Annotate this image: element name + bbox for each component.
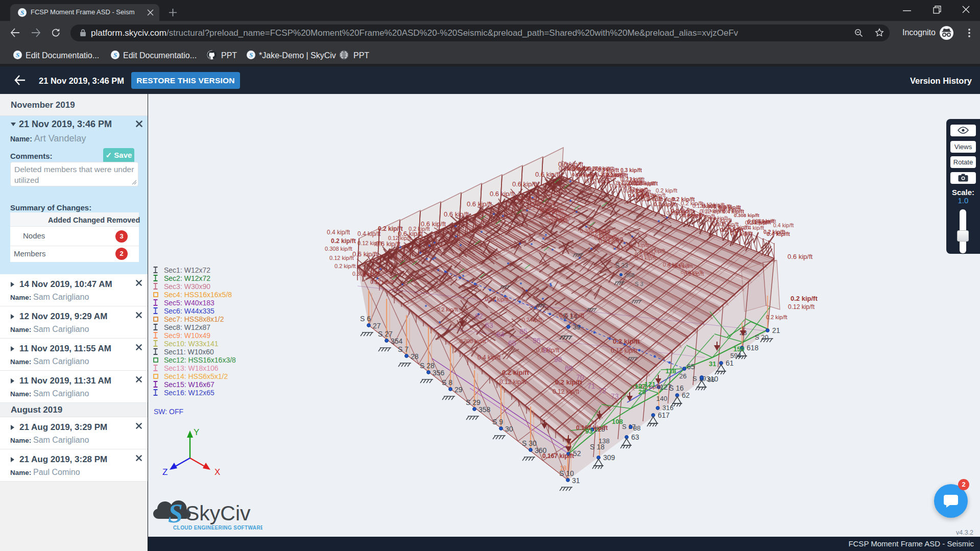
svg-text:150: 150	[733, 345, 745, 353]
svg-text:118: 118	[665, 367, 676, 375]
svg-text:0.308 kip/ft: 0.308 kip/ft	[352, 271, 378, 277]
svg-text:64: 64	[496, 330, 505, 339]
svg-text:0.12 kip/ft: 0.12 kip/ft	[329, 255, 354, 261]
svg-text:0.12 kip/ft: 0.12 kip/ft	[544, 212, 567, 218]
svg-text:0.6 kip/ft: 0.6 kip/ft	[512, 180, 538, 188]
svg-text:0.3 kip/ft: 0.3 kip/ft	[674, 263, 693, 269]
svg-text:368: 368	[625, 272, 634, 278]
svg-text:29: 29	[455, 386, 463, 394]
svg-text:108: 108	[612, 418, 623, 425]
svg-text:0.4 kip/ft: 0.4 kip/ft	[683, 212, 704, 218]
svg-text:121: 121	[644, 380, 656, 388]
svg-text:0.6 kip/ft: 0.6 kip/ft	[787, 253, 813, 260]
svg-text:73: 73	[611, 392, 619, 400]
svg-text:0.2 kip/ft: 0.2 kip/ft	[334, 263, 356, 269]
svg-text:52: 52	[573, 449, 581, 458]
svg-text:0.4 kip/ft: 0.4 kip/ft	[773, 222, 794, 228]
svg-text:S: S	[113, 51, 117, 59]
svg-text:0.2 kip/ft: 0.2 kip/ft	[522, 317, 542, 323]
svg-text:96: 96	[533, 337, 541, 345]
svg-text:0.4 kip/ft: 0.4 kip/ft	[723, 209, 745, 214]
svg-text:S: S	[249, 51, 253, 59]
svg-text:127: 127	[635, 382, 646, 390]
svg-text:27: 27	[373, 322, 381, 330]
svg-text:0.4 kip/ft: 0.4 kip/ft	[730, 230, 753, 236]
svg-text:63: 63	[631, 433, 639, 441]
svg-text:617: 617	[658, 411, 670, 419]
svg-text:93: 93	[585, 427, 592, 435]
svg-text:85: 85	[519, 327, 528, 336]
svg-text:63: 63	[485, 321, 493, 329]
svg-text:0.6 kip/ft: 0.6 kip/ft	[559, 312, 585, 319]
svg-text:594: 594	[730, 352, 742, 360]
svg-text:0.2 kip/ft: 0.2 kip/ft	[409, 226, 430, 232]
svg-text:0.4 kip/ft: 0.4 kip/ft	[477, 354, 501, 361]
svg-text:138: 138	[599, 437, 610, 445]
svg-text:28: 28	[411, 352, 419, 361]
svg-text:356: 356	[433, 369, 445, 377]
svg-text:0.6 kip/ft: 0.6 kip/ft	[490, 190, 515, 198]
svg-text:0.3 kip/ft: 0.3 kip/ft	[620, 167, 642, 173]
svg-text:86: 86	[708, 376, 715, 384]
svg-text:61: 61	[726, 359, 734, 367]
svg-text:0.2 kip/ft: 0.2 kip/ft	[378, 225, 403, 232]
svg-text:316: 316	[662, 404, 674, 412]
svg-text:140: 140	[656, 395, 667, 402]
svg-text:354: 354	[391, 337, 403, 345]
svg-text:0.2 kip/ft: 0.2 kip/ft	[684, 271, 704, 277]
svg-text:0.4 kip/ft: 0.4 kip/ft	[327, 229, 350, 236]
svg-text:0.2 kip/ft: 0.2 kip/ft	[628, 187, 648, 193]
svg-text:0.6 kip/ft: 0.6 kip/ft	[352, 250, 378, 258]
svg-text:0.3 kip/ft: 0.3 kip/ft	[610, 183, 631, 189]
svg-text:18: 18	[560, 465, 567, 472]
svg-text:S: S	[16, 51, 19, 59]
svg-text:0.308 kip/ft: 0.308 kip/ft	[325, 246, 352, 252]
svg-text:0.12 kip/ft: 0.12 kip/ft	[388, 235, 412, 241]
svg-text:127: 127	[660, 383, 672, 391]
svg-text:0.2 kip/ft: 0.2 kip/ft	[559, 165, 579, 172]
svg-text:0.2 kip/ft: 0.2 kip/ft	[502, 369, 529, 376]
svg-text:0.308 kip/ft: 0.308 kip/ft	[460, 338, 486, 344]
svg-text:0.308 kip/ft: 0.308 kip/ft	[580, 228, 606, 234]
svg-text:0.167 kip/ft: 0.167 kip/ft	[542, 452, 574, 460]
svg-text:S 3: S 3	[635, 281, 643, 287]
svg-text:S 20: S 20	[755, 333, 769, 341]
svg-text:0.2 kip/ft: 0.2 kip/ft	[791, 295, 818, 302]
svg-text:70: 70	[576, 373, 584, 381]
svg-text:0.3 kip/ft: 0.3 kip/ft	[637, 193, 656, 198]
svg-text:358: 358	[479, 405, 491, 414]
svg-text:97: 97	[543, 346, 551, 354]
svg-text:0.12 kip/ft: 0.12 kip/ft	[585, 178, 609, 184]
svg-text:31: 31	[572, 476, 580, 485]
svg-text:S 9: S 9	[492, 418, 503, 426]
svg-text:0.6 kip/ft: 0.6 kip/ft	[535, 171, 561, 178]
svg-text:0.12 kip/ft: 0.12 kip/ft	[587, 165, 611, 172]
svg-text:21: 21	[772, 326, 780, 334]
svg-text:0.2 kip/ft: 0.2 kip/ft	[613, 338, 640, 345]
svg-text:0.12 kip/ft: 0.12 kip/ft	[631, 180, 655, 186]
svg-text:0.6 kip/ft: 0.6 kip/ft	[467, 200, 492, 208]
svg-text:65: 65	[687, 363, 695, 371]
svg-text:S 7: S 7	[398, 345, 409, 353]
svg-text:S: S	[20, 9, 24, 16]
svg-text:0.2 kip/ft: 0.2 kip/ft	[766, 314, 787, 320]
svg-text:0.12 kip/ft: 0.12 kip/ft	[515, 196, 537, 201]
svg-text:65: 65	[508, 339, 516, 347]
svg-text:0.12 kip/ft: 0.12 kip/ft	[553, 388, 580, 395]
svg-text:0.2 kip/ft: 0.2 kip/ft	[629, 243, 649, 248]
svg-text:26: 26	[679, 372, 686, 380]
svg-text:0.12 kip/ft: 0.12 kip/ft	[788, 303, 815, 310]
svg-text:98: 98	[554, 355, 562, 364]
svg-text:0.2 kip/ft: 0.2 kip/ft	[597, 234, 617, 239]
svg-text:0.12 kip/ft: 0.12 kip/ft	[357, 240, 382, 246]
svg-text:S 33: S 33	[615, 262, 628, 269]
svg-text:S 6: S 6	[360, 315, 371, 323]
svg-text:69: 69	[565, 364, 573, 372]
svg-text:0.12 kip/ft: 0.12 kip/ft	[499, 378, 527, 386]
svg-text:0.2 kip/ft: 0.2 kip/ft	[437, 306, 458, 313]
svg-text:0.2 kip/ft: 0.2 kip/ft	[656, 187, 678, 194]
svg-text:71: 71	[587, 382, 595, 390]
svg-text:0.6 kip/ft: 0.6 kip/ft	[444, 210, 469, 218]
svg-text:62: 62	[682, 391, 690, 399]
svg-text:31: 31	[709, 360, 716, 368]
